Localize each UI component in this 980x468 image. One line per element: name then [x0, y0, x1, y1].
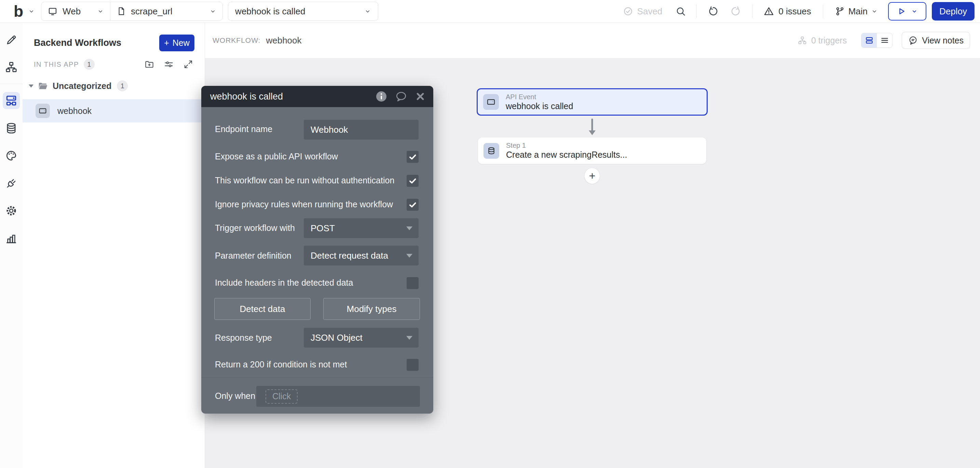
folder-row[interactable]: Uncategorized 1 [22, 75, 205, 97]
plus-icon: + [164, 38, 169, 48]
trigger-with-label: Trigger workflow with [215, 223, 295, 233]
chevron-down-icon [911, 8, 918, 15]
sidebar-item-data[interactable] [3, 120, 20, 137]
search-icon[interactable] [675, 6, 686, 17]
response-type-value: JSON Object [310, 332, 363, 343]
comment-icon [908, 35, 918, 45]
card-view-toggle[interactable] [861, 33, 877, 48]
pencil-icon [5, 34, 18, 46]
modify-types-button[interactable]: Modify types [323, 298, 420, 320]
dropdown-triangle-icon [406, 254, 412, 257]
panel-title: Backend Workflows [34, 38, 121, 48]
parameter-definition-value: Detect request data [310, 251, 388, 261]
folder-count-badge: 1 [117, 80, 128, 91]
folder-plus-icon[interactable] [144, 59, 154, 69]
git-branch-icon [835, 6, 845, 16]
platform-dropdown[interactable]: Web [41, 2, 110, 21]
new-workflow-button[interactable]: + New [159, 35, 194, 51]
expose-api-checkbox[interactable] [407, 151, 418, 163]
modal-title: webhook is called [210, 91, 283, 102]
sidebar-item-backend-workflows[interactable] [3, 92, 20, 109]
warning-triangle-icon [764, 6, 774, 17]
run-button[interactable] [888, 2, 926, 21]
endpoint-name-input[interactable]: Webhook [304, 120, 418, 140]
response-type-select[interactable]: JSON Object [304, 328, 418, 348]
page-label: scrape_url [131, 6, 172, 17]
parameter-definition-label: Parameter definition [215, 251, 291, 261]
workflow-icon [5, 94, 18, 107]
parameter-definition-select[interactable]: Detect request data [304, 246, 418, 265]
info-icon[interactable] [375, 90, 388, 103]
folder-open-icon [38, 81, 48, 91]
branch-selector[interactable]: Main [835, 6, 878, 17]
step-card-title: Create a new scrapingResults... [506, 150, 627, 160]
detect-data-label: Detect data [240, 304, 285, 315]
only-when-input[interactable]: Click [256, 386, 420, 407]
add-step-button[interactable]: + [584, 168, 600, 184]
sidebar-item-design[interactable] [3, 32, 20, 49]
sidebar-item-logs[interactable] [3, 230, 20, 247]
event-card-webhook-is-called[interactable]: API Event webhook is called [477, 88, 708, 116]
bar-chart-icon [5, 232, 18, 245]
filter-sliders-icon[interactable] [164, 59, 174, 69]
issues-indicator[interactable]: 0 issues [764, 6, 811, 17]
chevron-down-icon [871, 8, 878, 15]
no-auth-checkbox[interactable] [407, 175, 418, 187]
canvas-header: WORKFLOW: webhook 0 triggers [205, 22, 980, 59]
detect-data-button[interactable]: Detect data [214, 298, 310, 320]
workflow-selector-label: webhook is called [235, 6, 305, 17]
page-dropdown[interactable]: scrape_url [110, 2, 223, 21]
workflow-item-label: webhook [57, 106, 92, 116]
include-headers-checkbox[interactable] [407, 277, 418, 289]
issues-label: 0 issues [778, 6, 811, 17]
sidebar-item-settings[interactable] [3, 202, 20, 219]
only-when-placeholder[interactable]: Click [266, 389, 298, 404]
workflow-list-item-webhook[interactable]: webhook [22, 99, 205, 123]
close-icon[interactable] [415, 91, 426, 102]
triggers-indicator: 0 triggers [797, 35, 847, 45]
view-mode-toggle [861, 33, 892, 48]
sidebar-item-pages[interactable] [3, 59, 20, 76]
sidebar-item-plugins[interactable] [3, 175, 20, 192]
database-icon [5, 122, 18, 135]
database-icon [484, 143, 499, 159]
no-auth-label: This workflow can be run without authent… [215, 176, 395, 185]
top-bar-actions: Saved 0 issues [623, 2, 975, 21]
return-200-checkbox[interactable] [407, 359, 418, 371]
sidebar-item-styles[interactable] [3, 147, 20, 164]
modal-divider [201, 377, 433, 378]
view-notes-button[interactable]: View notes [902, 32, 970, 49]
top-bar: b Web scrape_url [0, 0, 980, 23]
triggers-label: 0 triggers [811, 35, 847, 45]
workflow-label: WORKFLOW: [213, 36, 260, 45]
new-workflow-label: New [173, 38, 189, 48]
bubble-logo[interactable]: b [14, 3, 23, 19]
tool-sidebar [0, 22, 23, 468]
event-card-title: webhook is called [506, 101, 573, 111]
workflow-name: webhook [266, 35, 301, 46]
modal-header[interactable]: webhook is called [201, 86, 433, 107]
step-card-1[interactable]: Step 1 Create a new scrapingResults... [478, 137, 706, 164]
ignore-privacy-checkbox[interactable] [407, 199, 418, 211]
save-status-label: Saved [637, 6, 663, 17]
dropdown-triangle-icon [406, 336, 412, 340]
modify-types-label: Modify types [347, 304, 397, 315]
only-when-label: Only when [215, 391, 255, 401]
comment-icon[interactable] [395, 90, 407, 103]
workflows-panel: Backend Workflows + New IN THIS APP 1 [22, 22, 205, 468]
arrow-down-icon [584, 118, 600, 136]
file-icon [116, 6, 126, 16]
chevron-down-icon[interactable] [28, 8, 35, 15]
api-event-icon [483, 94, 499, 110]
undo-icon[interactable] [708, 6, 719, 17]
expand-icon[interactable] [183, 59, 193, 69]
sidebar-divider [0, 84, 22, 84]
caret-down-icon[interactable] [29, 85, 33, 88]
bubble-editor: b Web scrape_url [0, 0, 980, 468]
redo-icon[interactable] [730, 6, 741, 17]
workflow-selector-dropdown[interactable]: webhook is called [228, 2, 378, 21]
trigger-method-select[interactable]: POST [304, 218, 418, 238]
branch-label: Main [848, 6, 867, 17]
list-view-toggle[interactable] [877, 33, 892, 48]
deploy-button[interactable]: Deploy [932, 2, 975, 21]
